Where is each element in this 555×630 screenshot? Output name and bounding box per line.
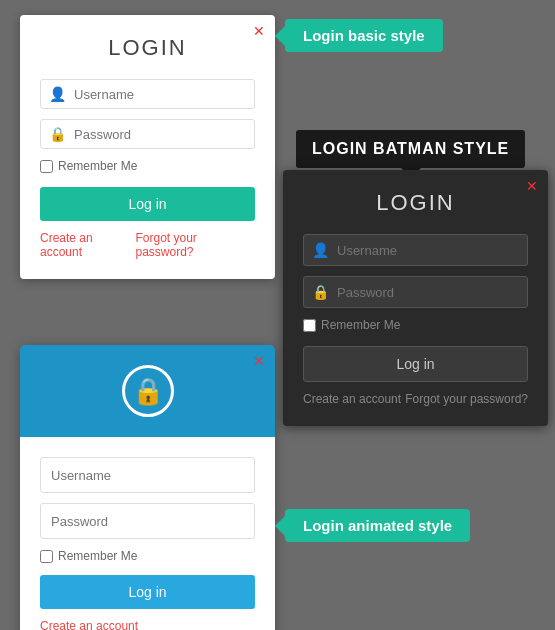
links-animated: Create an account Forgot your password? xyxy=(40,619,255,630)
lock-icon-basic: 🔒 xyxy=(49,126,66,142)
animated-body: Remember Me Log in Create an account For… xyxy=(20,437,275,630)
username-group-animated xyxy=(40,457,255,493)
login-button-basic[interactable]: Log in xyxy=(40,187,255,221)
links-batman: Create an account Forgot your password? xyxy=(303,392,528,406)
password-input-basic[interactable] xyxy=(74,127,246,142)
create-account-link-batman[interactable]: Create an account xyxy=(303,392,401,406)
animated-lock-icon: 🔒 xyxy=(122,365,174,417)
login-button-batman[interactable]: Log in xyxy=(303,346,528,382)
label-animated: Login animated style xyxy=(285,509,470,542)
password-group-basic: 🔒 xyxy=(40,119,255,149)
password-group-batman: 🔒 xyxy=(303,276,528,308)
links-basic: Create an account Forgot your password? xyxy=(40,231,255,259)
create-account-link-basic[interactable]: Create an account xyxy=(40,231,135,259)
remember-label-animated: Remember Me xyxy=(58,549,137,563)
remember-checkbox-batman[interactable] xyxy=(303,319,316,332)
user-icon-basic: 👤 xyxy=(49,86,66,102)
username-group-basic: 👤 xyxy=(40,79,255,109)
login-animated-panel: ✕ 🔒 Remember Me Log in Create an account… xyxy=(20,345,275,630)
create-account-link-animated[interactable]: Create an account xyxy=(40,619,255,630)
lock-icon-batman: 🔒 xyxy=(312,284,329,300)
username-input-batman[interactable] xyxy=(337,243,519,258)
password-input-animated[interactable] xyxy=(51,514,244,529)
user-icon-batman: 👤 xyxy=(312,242,329,258)
login-button-animated[interactable]: Log in xyxy=(40,575,255,609)
remember-group-batman: Remember Me xyxy=(303,318,528,332)
username-input-animated[interactable] xyxy=(51,468,244,483)
close-button-animated[interactable]: ✕ xyxy=(253,353,265,369)
animated-header: ✕ 🔒 xyxy=(20,345,275,437)
remember-checkbox-animated[interactable] xyxy=(40,550,53,563)
login-basic-panel: ✕ LOGIN 👤 🔒 Remember Me Log in Create an… xyxy=(20,15,275,279)
forgot-password-link-batman[interactable]: Forgot your password? xyxy=(405,392,528,406)
remember-checkbox-basic[interactable] xyxy=(40,160,53,173)
login-basic-title: LOGIN xyxy=(40,35,255,61)
close-button-batman[interactable]: ✕ xyxy=(526,178,538,194)
label-basic: Login basic style xyxy=(285,19,443,52)
remember-group-animated: Remember Me xyxy=(40,549,255,563)
username-input-basic[interactable] xyxy=(74,87,246,102)
username-group-batman: 👤 xyxy=(303,234,528,266)
login-batman-panel: ✕ LOGIN 👤 🔒 Remember Me Log in Create an… xyxy=(283,170,548,426)
login-batman-title: LOGIN xyxy=(303,190,528,216)
label-batman: LOGIN BATMAN STYLE xyxy=(296,130,525,168)
password-group-animated xyxy=(40,503,255,539)
password-input-batman[interactable] xyxy=(337,285,519,300)
forgot-password-link-basic[interactable]: Forgot your password? xyxy=(135,231,255,259)
remember-group-basic: Remember Me xyxy=(40,159,255,173)
remember-label-basic: Remember Me xyxy=(58,159,137,173)
remember-label-batman: Remember Me xyxy=(321,318,400,332)
close-button-basic[interactable]: ✕ xyxy=(253,23,265,39)
